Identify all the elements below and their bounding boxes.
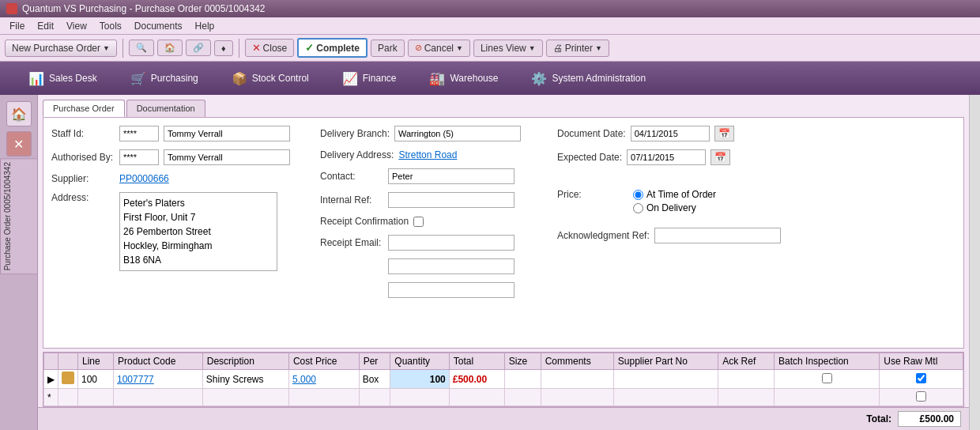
diamond-button[interactable]: ♦ (214, 40, 233, 56)
new-row-product-code[interactable] (114, 389, 203, 406)
new-row-ack-ref[interactable] (718, 389, 775, 406)
menu-edit[interactable]: Edit (31, 19, 60, 33)
expected-date-calendar-icon[interactable]: 📅 (710, 149, 730, 165)
col-supplier-part-no: Supplier Part No (613, 353, 718, 370)
new-row-use-raw-mtl[interactable] (880, 389, 963, 406)
document-date-calendar-icon[interactable]: 📅 (714, 126, 734, 141)
delivery-branch-label: Delivery Branch: (320, 128, 390, 139)
staff-id-name-input[interactable] (164, 126, 290, 141)
tab-documentation[interactable]: Documentation (126, 100, 205, 117)
col-description: Description (202, 353, 288, 370)
home-sidebar-icon[interactable]: 🏠 (6, 101, 32, 126)
system-admin-icon: ⚙️ (531, 71, 547, 86)
authorised-by-row: Authorised By: (51, 149, 304, 165)
nav-purchasing[interactable]: 🛒 Purchasing (118, 66, 211, 91)
menu-documents[interactable]: Documents (128, 19, 189, 33)
delivery-address-row: Delivery Address: Stretton Road (320, 149, 541, 160)
purchase-order-sidebar-label[interactable]: Purchase Order 0005/1004342 (0, 158, 38, 274)
new-row-supplier-part-no[interactable] (613, 389, 718, 406)
nav-finance[interactable]: 📈 Finance (330, 66, 409, 91)
internal-ref-input[interactable] (388, 192, 514, 208)
menu-file[interactable]: File (3, 19, 31, 33)
new-row-per[interactable] (359, 389, 390, 406)
title-text: Quantum VS Purchasing - Purchase Order 0… (22, 3, 266, 14)
nav-system-admin[interactable]: ⚙️ System Administration (518, 66, 658, 91)
home-button[interactable]: 🏠 (157, 40, 183, 56)
address-line3: Hockley, Birmingham (123, 239, 273, 253)
use-raw-mtl-checkbox[interactable] (916, 373, 926, 383)
nav-stock-control[interactable]: 📦 Stock Control (219, 66, 322, 91)
grid-area: Line Product Code Description Cost Price… (43, 352, 964, 407)
close-button[interactable]: ✕ Close (245, 39, 295, 57)
search-button[interactable]: 🔍 (129, 40, 154, 56)
new-row-size[interactable] (504, 389, 541, 406)
park-label: Park (378, 43, 398, 54)
acknowledgment-ref-input[interactable] (654, 228, 781, 243)
new-purchase-order-button[interactable]: New Purchase Order ▼ (5, 40, 117, 57)
receipt-email-3-input[interactable] (388, 282, 514, 298)
product-code-link[interactable]: 1007777 (117, 374, 154, 385)
new-row-description[interactable] (202, 389, 288, 406)
park-button[interactable]: Park (371, 40, 405, 57)
row-comments-cell[interactable] (541, 370, 613, 389)
nav-warehouse[interactable]: 🏭 Warehouse (416, 66, 511, 91)
col-line: Line (78, 353, 114, 370)
nav-sales-desk[interactable]: 📊 Sales Desk (16, 66, 110, 91)
supplier-label: Supplier: (51, 173, 115, 184)
menu-help[interactable]: Help (189, 19, 221, 33)
row-quantity-cell[interactable]: 100 (390, 370, 449, 389)
row-icon-cell (58, 370, 78, 389)
row-supplier-part-no-cell[interactable] (613, 370, 718, 389)
price-radio-group: At Time of Order On Delivery (633, 189, 716, 213)
printer-button[interactable]: 🖨 Printer ▼ (546, 40, 609, 57)
menu-view[interactable]: View (60, 19, 93, 33)
delivery-branch-input[interactable] (394, 126, 521, 141)
row-per-cell[interactable]: Box (359, 370, 390, 389)
delivery-address-link[interactable]: Stretton Road (398, 149, 462, 160)
receipt-email-2-input[interactable] (388, 258, 514, 274)
address-line1: First Floor, Unit 7 (123, 210, 273, 224)
row-size-cell[interactable] (504, 370, 541, 389)
cancel-button[interactable]: ⊘ Cancel ▼ (408, 40, 470, 57)
complete-button[interactable]: ✓ Complete (297, 38, 368, 58)
row-ack-ref-cell[interactable] (718, 370, 775, 389)
row-product-code-cell[interactable]: 1007777 (114, 370, 203, 389)
row-description-cell[interactable]: Shiny Screws (202, 370, 288, 389)
tab-area: Purchase Order Documentation (38, 95, 969, 117)
expected-date-input[interactable] (627, 149, 706, 165)
document-date-row: Document Date: 📅 (557, 126, 794, 141)
authorised-by-code-input[interactable] (119, 149, 159, 165)
contact-input[interactable] (388, 168, 514, 184)
staff-id-code-input[interactable] (119, 126, 159, 141)
cost-price-link[interactable]: 5.000 (292, 374, 316, 385)
document-date-input[interactable] (631, 126, 710, 141)
row-use-raw-mtl-cell[interactable] (880, 370, 963, 389)
new-row-comments[interactable] (541, 389, 613, 406)
new-row-quantity[interactable] (390, 389, 449, 406)
new-row-use-raw-mtl-checkbox[interactable] (916, 391, 926, 402)
staff-id-label: Staff Id: (51, 128, 115, 139)
row-cost-price-cell[interactable]: 5.000 (288, 370, 359, 389)
tab-purchase-order[interactable]: Purchase Order (43, 100, 125, 117)
new-row-marker: * (44, 389, 58, 406)
total-value-cell: £500.00 (453, 374, 487, 385)
printer-icon: 🖨 (553, 43, 563, 54)
authorised-by-name-input[interactable] (164, 149, 290, 165)
menu-tools[interactable]: Tools (93, 19, 128, 33)
row-batch-inspection-cell[interactable] (775, 370, 880, 389)
col-product-code: Product Code (114, 353, 203, 370)
new-row-batch-inspection[interactable] (775, 389, 880, 406)
finance-icon: 📈 (342, 71, 358, 86)
right-scrollbar[interactable] (969, 95, 980, 430)
receipt-confirmation-checkbox[interactable] (413, 217, 424, 227)
new-row-cost-price[interactable] (288, 389, 359, 406)
lines-view-button[interactable]: Lines View ▼ (473, 40, 543, 57)
link-button[interactable]: 🔗 (186, 40, 211, 56)
on-delivery-radio[interactable] (633, 203, 643, 213)
close-sidebar-icon[interactable]: ✕ (6, 131, 32, 157)
title-bar: Quantum VS Purchasing - Purchase Order 0… (0, 0, 980, 17)
receipt-email-input[interactable] (388, 235, 514, 251)
at-time-of-order-radio[interactable] (633, 190, 643, 200)
batch-inspection-checkbox[interactable] (822, 373, 832, 383)
supplier-link[interactable]: PP0000666 (119, 173, 183, 184)
